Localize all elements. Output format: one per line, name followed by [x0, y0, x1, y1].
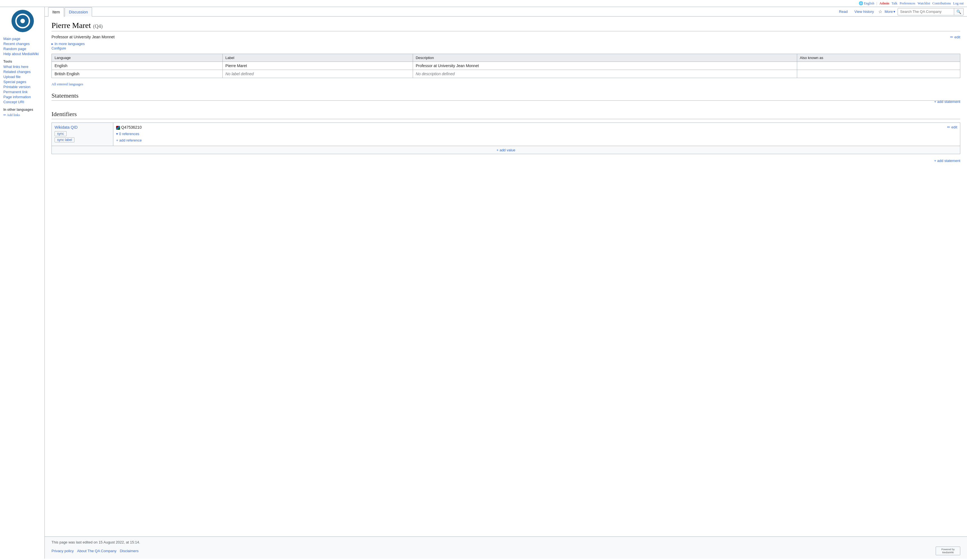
add-statement-bottom-btn[interactable]: + add statement [934, 158, 960, 163]
language-row-english: English Pierre Maret Professor at Univer… [52, 62, 960, 70]
description-edit-btn[interactable]: ✏ edit [950, 35, 960, 39]
disclaimers-link[interactable]: Disclaimers [120, 549, 139, 553]
description-text: Professor at University Jean Monnet [51, 35, 115, 39]
talk-link[interactable]: Talk [891, 2, 897, 6]
sidebar-other-languages: In other languages ✏ Add links [3, 108, 42, 117]
desc-british: No description defined [413, 70, 797, 78]
col-label: Label [223, 54, 413, 62]
separator-1: | [876, 2, 877, 6]
sidebar-item-printable-version[interactable]: Printable version [3, 85, 42, 89]
pencil-icon: ✏ [950, 35, 953, 39]
language-selector[interactable]: 🌐 English [859, 1, 875, 6]
qid-value: Q47536210 [121, 125, 142, 130]
value-row: Q47536210 [116, 125, 957, 131]
languages-section: ▸ In more languages Configure [51, 41, 960, 50]
svg-point-1 [20, 19, 25, 23]
tools-heading: Tools [3, 59, 42, 64]
language-table: Language Label Description Also known as… [51, 54, 960, 78]
sync-label-btn[interactable]: sync label [54, 137, 74, 142]
page-title-row: Pierre Maret (Q4) [51, 21, 960, 31]
value-edit-btn[interactable]: ✏ edit [947, 125, 957, 129]
tab-discussion[interactable]: Discussion [64, 7, 92, 16]
add-value-row: + add value [52, 146, 960, 154]
add-links-btn[interactable]: ✏ Add links [3, 113, 20, 117]
add-reference-btn[interactable]: + add reference [116, 138, 957, 142]
footer-links-left: Privacy policy About The QA Company Disc… [51, 549, 139, 553]
search-form: 🔍 [898, 8, 964, 15]
site-logo [3, 10, 42, 32]
watchlist-star-icon[interactable]: ☆ [878, 9, 882, 14]
layout: Main page Recent changes Random page Hel… [0, 7, 967, 558]
search-icon: 🔍 [956, 10, 961, 14]
logout-link[interactable]: Log out [953, 2, 964, 6]
prop-wikidata-qid[interactable]: Wikidata QID [54, 125, 110, 130]
language-row-british: British English No label defined No desc… [52, 70, 960, 78]
pencil-icon: ✏ [947, 125, 950, 129]
sidebar-item-permanent-link[interactable]: Permanent link [3, 90, 42, 94]
references-toggle[interactable]: ▾ 0 references [116, 132, 139, 136]
lang-english: English [52, 62, 223, 70]
mediawiki-badge: Powered byMediaWiki [936, 547, 960, 555]
aka-english [797, 62, 960, 70]
tab-item[interactable]: Item [48, 7, 64, 16]
sidebar-item-what-links-here[interactable]: What links here [3, 64, 42, 69]
sidebar-tools-list: What links here Related changes Upload f… [3, 64, 42, 104]
sidebar-item-page-information[interactable]: Page information [3, 95, 42, 99]
main-content: Item Discussion Read View history ☆ More… [45, 7, 967, 558]
tabs-left: Item Discussion [48, 7, 92, 16]
wikidata-icon [116, 126, 120, 130]
about-link[interactable]: About The QA Company [77, 549, 116, 553]
logo-icon [15, 13, 30, 29]
search-input[interactable] [898, 8, 954, 15]
privacy-policy-link[interactable]: Privacy policy [51, 549, 74, 553]
tabs-bar: Item Discussion Read View history ☆ More… [45, 7, 967, 16]
sidebar-item-special-pages[interactable]: Special pages [3, 80, 42, 84]
page-title: Pierre Maret [51, 21, 91, 30]
in-more-languages-btn[interactable]: ▸ In more languages [51, 42, 85, 46]
sidebar: Main page Recent changes Random page Hel… [0, 7, 45, 558]
sidebar-item-concept-uri[interactable]: Concept URI [3, 100, 42, 104]
view-history-btn[interactable]: View history [852, 8, 876, 15]
sidebar-item-main-page[interactable]: Main page [3, 37, 42, 41]
top-bar: 🌐 English | Admin Talk Preferences Watch… [0, 0, 967, 7]
watchlist-link[interactable]: Watchlist [917, 2, 930, 6]
sidebar-item-recent-changes[interactable]: Recent changes [3, 42, 42, 46]
col-also-known-as: Also known as [797, 54, 960, 62]
identifiers-table: Wikidata QID sync sync label Q47536210 ▾… [51, 122, 960, 154]
aka-british [797, 70, 960, 78]
desc-english: Professor at University Jean Monnet [413, 62, 797, 70]
other-languages-heading: In other languages [3, 108, 42, 112]
add-statement-top-btn[interactable]: + add statement [934, 100, 960, 104]
value-cell: Q47536210 ▾ 0 references + add reference… [113, 123, 960, 146]
sidebar-item-related-changes[interactable]: Related changes [3, 70, 42, 74]
powered-by: Powered byMediaWiki [936, 547, 960, 555]
lang-british: British English [52, 70, 223, 78]
label-british: No label defined [223, 70, 413, 78]
mediawiki-text: Powered byMediaWiki [941, 548, 955, 554]
sync-btn[interactable]: sync [54, 131, 67, 136]
sidebar-item-random-page[interactable]: Random page [3, 47, 42, 51]
language-icon: 🌐 [859, 1, 863, 6]
contributions-link[interactable]: Contributions [932, 2, 951, 6]
chevron-down-icon: ▾ [893, 10, 895, 14]
footer-last-edited: This page was last edited on 15 August 2… [51, 540, 960, 544]
all-languages-link[interactable]: All entered languages [51, 82, 83, 86]
more-dropdown[interactable]: More ▾ [884, 10, 895, 14]
configure-link[interactable]: Configure [51, 46, 960, 50]
user-link[interactable]: Admin [880, 2, 889, 6]
statements-section: Statements + add statement Identifiers W… [51, 92, 960, 166]
pencil-icon: ✏ [3, 113, 6, 117]
prop-cell: Wikidata QID sync sync label [52, 123, 113, 146]
label-english: Pierre Maret [223, 62, 413, 70]
footer-links: Privacy policy About The QA Company Disc… [51, 547, 960, 555]
language-link[interactable]: English [864, 2, 875, 6]
sidebar-item-help[interactable]: Help about MediaWiki [3, 52, 42, 56]
chevron-right-icon: ▸ [51, 42, 53, 46]
page-content: Pierre Maret (Q4) Professor at Universit… [45, 16, 967, 537]
read-btn[interactable]: Read [837, 8, 850, 15]
search-button[interactable]: 🔍 [954, 8, 964, 15]
tabs-right: Read View history ☆ More ▾ 🔍 [837, 8, 964, 15]
add-value-btn[interactable]: + add value [497, 148, 515, 152]
sidebar-item-upload-file[interactable]: Upload file [3, 75, 42, 79]
preferences-link[interactable]: Preferences [899, 2, 915, 6]
